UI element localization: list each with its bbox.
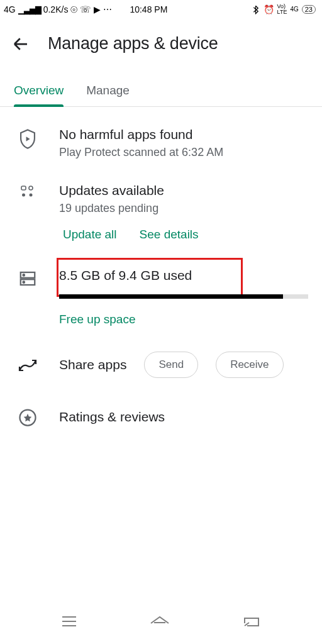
back-icon[interactable] xyxy=(11,35,30,53)
network-type: 4G xyxy=(4,4,16,14)
send-button[interactable]: Send xyxy=(144,352,198,378)
tab-manage[interactable]: Manage xyxy=(86,77,130,106)
clock: 10:48 PM xyxy=(130,4,167,14)
home-icon[interactable] xyxy=(148,614,171,628)
tabs: Overview Manage xyxy=(0,77,322,107)
play-protect-section[interactable]: No harmful apps found Play Protect scann… xyxy=(0,109,322,165)
updates-title: Updates available xyxy=(59,183,308,202)
updates-sub: 19 updates pending xyxy=(59,202,308,215)
svg-rect-0 xyxy=(21,186,26,190)
ratings-row[interactable]: Ratings & reviews xyxy=(0,397,322,437)
net2: 4G xyxy=(290,6,298,13)
apps-icon xyxy=(14,183,42,199)
svg-point-6 xyxy=(23,274,25,276)
system-nav xyxy=(0,605,322,644)
storage-icon xyxy=(14,268,42,288)
svg-point-1 xyxy=(29,186,33,190)
protect-title: No harmful apps found xyxy=(59,127,308,146)
status-bar: 4G ▁▃▅▇ 0.2K/s ⦾ ☏ ▶ ⋯ 10:48 PM ⏰ Vo)LTE… xyxy=(0,0,322,19)
recents-icon[interactable] xyxy=(60,614,78,628)
more-icon: ⋯ xyxy=(103,4,112,14)
svg-point-3 xyxy=(30,194,33,197)
hotspot-icon: ⦾ xyxy=(70,4,77,15)
share-icon xyxy=(14,357,42,373)
storage-section[interactable]: 8.5 GB of 9.4 GB used Free up space xyxy=(0,257,322,333)
shield-icon xyxy=(14,127,42,150)
signal-icon: ▁▃▅▇ xyxy=(18,5,41,14)
see-details-button[interactable]: See details xyxy=(140,228,199,242)
content: No harmful apps found Play Protect scann… xyxy=(0,107,322,440)
receive-button[interactable]: Receive xyxy=(216,352,283,378)
volte-icon: Vo)LTE xyxy=(277,4,287,15)
storage-line: 8.5 GB of 9.4 GB used xyxy=(59,268,308,287)
free-up-space-button[interactable]: Free up space xyxy=(59,299,308,326)
protect-sub: Play Protect scanned at 6:32 AM xyxy=(59,146,308,159)
storage-progress xyxy=(59,294,308,299)
share-apps-row: Share apps Send Receive xyxy=(0,333,322,397)
update-all-button[interactable]: Update all xyxy=(63,228,117,242)
tab-overview[interactable]: Overview xyxy=(14,77,64,106)
battery-pill: 23 xyxy=(302,5,316,14)
star-icon xyxy=(14,407,42,427)
media-icon: ▶ xyxy=(94,4,101,14)
svg-point-2 xyxy=(22,194,25,197)
app-header: Manage apps & device xyxy=(0,19,322,71)
share-label: Share apps xyxy=(59,357,126,372)
storage-progress-fill xyxy=(59,294,283,299)
ratings-label: Ratings & reviews xyxy=(59,409,165,425)
page-title: Manage apps & device xyxy=(48,34,218,53)
svg-point-7 xyxy=(23,281,25,283)
alarm-icon: ⏰ xyxy=(264,4,274,14)
whatsapp-icon: ☏ xyxy=(80,4,91,14)
bluetooth-icon xyxy=(251,5,260,14)
back-nav-icon[interactable] xyxy=(242,614,262,628)
data-speed: 0.2K/s xyxy=(43,4,69,14)
updates-section[interactable]: Updates available 19 updates pending Upd… xyxy=(0,165,322,257)
